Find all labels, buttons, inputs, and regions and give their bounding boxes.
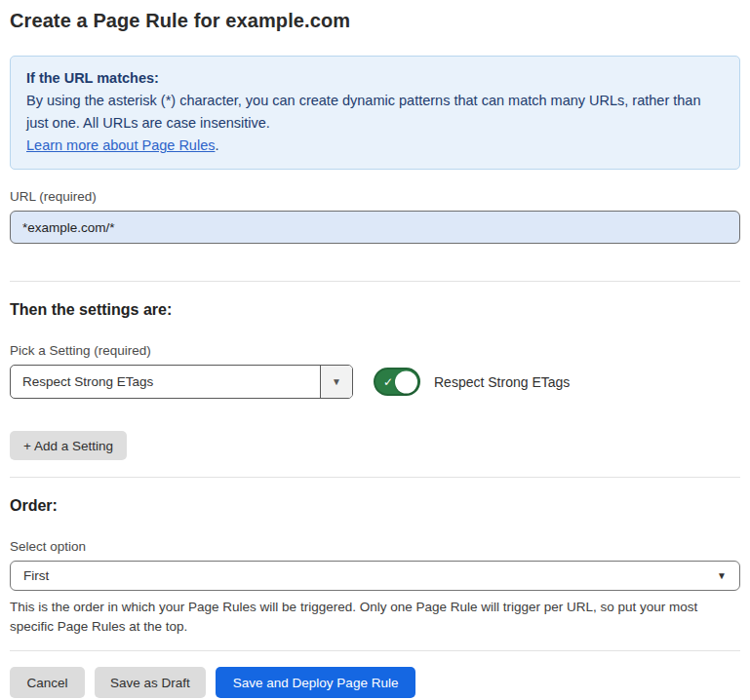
setting-toggle[interactable]: ✓ [374,368,420,396]
page-rule-form: Create a Page Rule for example.com If th… [0,0,750,698]
page-title: Create a Page Rule for example.com [10,10,740,32]
setting-select-arrow-button[interactable]: ▼ [320,366,352,398]
order-select-label: Select option [10,539,740,554]
toggle-knob [395,370,417,393]
setting-select[interactable]: Respect Strong ETags ▼ [10,365,353,399]
setting-select-value: Respect Strong ETags [11,366,320,398]
footer-actions: Cancel Save as Draft Save and Deploy Pag… [10,667,740,698]
info-box-body: By using the asterisk (*) character, you… [26,90,724,135]
settings-section-heading: Then the settings are: [10,301,740,319]
info-box-link-line: Learn more about Page Rules. [26,135,724,157]
info-box-heading: If the URL matches: [26,67,724,90]
save-as-draft-button[interactable]: Save as Draft [95,667,206,698]
divider [10,477,740,478]
save-and-deploy-button[interactable]: Save and Deploy Page Rule [216,667,416,698]
divider [10,281,740,282]
order-section-heading: Order: [10,497,740,515]
url-field-label: URL (required) [10,189,740,204]
cancel-button[interactable]: Cancel [10,667,85,698]
url-input[interactable] [10,211,740,244]
setting-toggle-label: Respect Strong ETags [434,374,570,390]
setting-row: Respect Strong ETags ▼ ✓ Respect Strong … [10,365,740,399]
add-setting-button[interactable]: + Add a Setting [10,431,127,460]
order-help-text: This is the order in which your Page Rul… [10,598,740,637]
check-icon: ✓ [383,375,393,387]
url-match-info-box: If the URL matches: By using the asteris… [10,56,740,170]
pick-setting-label: Pick a Setting (required) [10,343,740,358]
divider [10,650,740,651]
setting-toggle-group: ✓ Respect Strong ETags [374,368,570,396]
order-select[interactable]: First ▼ [10,561,740,591]
learn-more-link[interactable]: Learn more about Page Rules [26,137,215,153]
order-select-value: First [23,568,717,583]
chevron-down-icon: ▼ [717,570,727,581]
chevron-down-icon: ▼ [332,376,341,387]
link-suffix: . [215,137,218,153]
